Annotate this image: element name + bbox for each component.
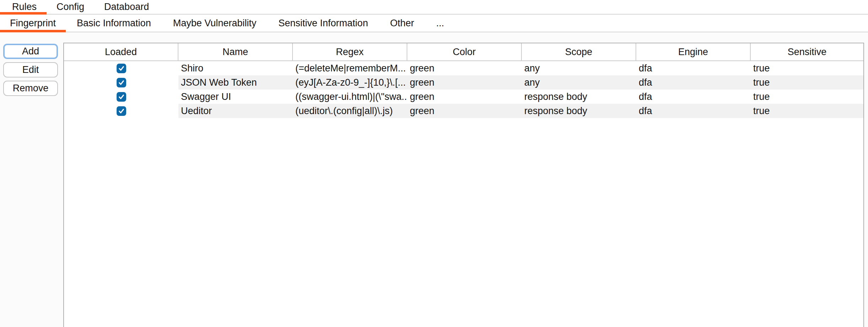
cell-engine: dfa — [636, 104, 751, 118]
cell-name: Swagger UI — [178, 90, 293, 104]
secondary-tab-maybe-vulnerability[interactable]: Maybe Vulnerability — [162, 15, 268, 32]
column-header-regex[interactable]: Regex — [293, 43, 407, 61]
table-row[interactable]: Ueditor (ueditor\.(config|all)\.js) gree… — [64, 104, 863, 118]
loaded-checkbox[interactable] — [117, 92, 126, 102]
tab-label: Fingerprint — [10, 18, 56, 29]
column-header-sensitive[interactable]: Sensitive — [751, 43, 863, 61]
cell-color: green — [407, 104, 522, 118]
rules-table: LoadedNameRegexColorScopeEngineSensitive… — [63, 43, 864, 327]
cell-color: green — [407, 90, 522, 104]
secondary-tab--[interactable]: ... — [425, 15, 455, 32]
secondary-tab-other[interactable]: Other — [379, 15, 425, 32]
column-header-scope[interactable]: Scope — [522, 43, 636, 61]
action-button-panel: Add Edit Remove — [3, 44, 58, 96]
cell-name: Shiro — [178, 61, 293, 75]
cell-engine: dfa — [636, 75, 751, 90]
cell-regex: (=deleteMe|rememberM... — [293, 61, 407, 75]
tab-label: ... — [436, 18, 444, 29]
tab-label: Sensitive Information — [278, 18, 368, 29]
loaded-checkbox[interactable] — [117, 64, 126, 73]
table-row[interactable]: JSON Web Token (eyJ[A-Za-z0-9_-]{10,}\.[… — [64, 75, 863, 90]
checkmark-icon — [118, 93, 125, 101]
secondary-tab-basic-information[interactable]: Basic Information — [66, 15, 162, 32]
tab-label: Config — [57, 1, 84, 12]
primary-tab-rules[interactable]: Rules — [0, 0, 47, 14]
tab-label: Rules — [12, 1, 37, 12]
loaded-checkbox[interactable] — [117, 78, 126, 87]
cell-name: JSON Web Token — [178, 75, 293, 90]
cell-sensitive: true — [751, 75, 863, 90]
cell-engine: dfa — [636, 61, 751, 75]
cell-scope: any — [522, 75, 636, 90]
table-body: Shiro (=deleteMe|rememberM... green any … — [64, 61, 863, 118]
add-button[interactable]: Add — [3, 44, 58, 59]
table-header-row: LoadedNameRegexColorScopeEngineSensitive — [64, 43, 863, 61]
cell-scope: any — [522, 61, 636, 75]
cell-name: Ueditor — [178, 104, 293, 118]
column-header-engine[interactable]: Engine — [636, 43, 751, 61]
secondary-tab-sensitive-information[interactable]: Sensitive Information — [267, 15, 379, 32]
cell-engine: dfa — [636, 90, 751, 104]
cell-sensitive: true — [751, 104, 863, 118]
table-row[interactable]: Swagger UI ((swagger-ui.html)|(\"swa... … — [64, 90, 863, 104]
primary-tab-databoard[interactable]: Databoard — [94, 0, 159, 14]
cell-color: green — [407, 75, 522, 90]
cell-scope: response body — [522, 104, 636, 118]
primary-tabbar: Rules Config Databoard — [0, 0, 868, 15]
column-header-color[interactable]: Color — [407, 43, 522, 61]
primary-tab-config[interactable]: Config — [47, 0, 94, 14]
secondary-tab-fingerprint[interactable]: Fingerprint — [0, 15, 66, 32]
cell-color: green — [407, 61, 522, 75]
checkmark-icon — [118, 79, 125, 86]
edit-button[interactable]: Edit — [3, 62, 58, 77]
table-row[interactable]: Shiro (=deleteMe|rememberM... green any … — [64, 61, 863, 75]
checkmark-icon — [118, 65, 125, 72]
cell-regex: (ueditor\.(config|all)\.js) — [293, 104, 407, 118]
remove-button[interactable]: Remove — [3, 81, 58, 96]
checkmark-icon — [118, 107, 125, 115]
tab-label: Databoard — [104, 1, 149, 12]
secondary-tabbar: Fingerprint Basic Information Maybe Vuln… — [0, 15, 868, 32]
tab-label: Basic Information — [77, 18, 151, 29]
cell-scope: response body — [522, 90, 636, 104]
cell-regex: (eyJ[A-Za-z0-9_-]{10,}\.[... — [293, 75, 407, 90]
loaded-checkbox[interactable] — [117, 106, 126, 116]
tab-label: Other — [390, 18, 414, 29]
cell-regex: ((swagger-ui.html)|(\"swa... — [293, 90, 407, 104]
cell-sensitive: true — [751, 90, 863, 104]
column-header-name[interactable]: Name — [178, 43, 293, 61]
column-header-loaded[interactable]: Loaded — [64, 43, 178, 61]
cell-sensitive: true — [751, 61, 863, 75]
tab-label: Maybe Vulnerability — [173, 18, 257, 29]
